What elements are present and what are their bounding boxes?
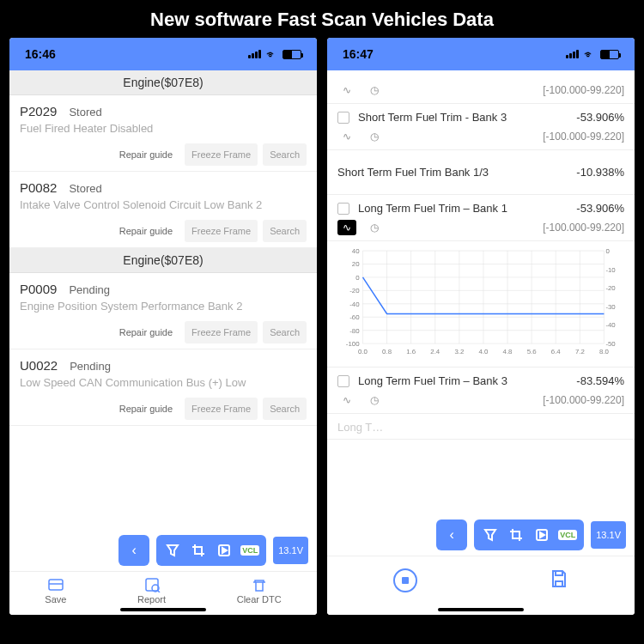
wifi-icon: ᯤ [266, 48, 277, 61]
gauge-icon[interactable]: ◷ [365, 220, 384, 235]
bottom-nav: ‹ VCL 13.1V Save Report [9, 530, 317, 615]
svg-text:-20: -20 [349, 287, 360, 295]
gauge-icon[interactable]: ◷ [365, 129, 384, 144]
svg-rect-1 [49, 580, 63, 590]
section-header: Engine($07E8) [9, 248, 317, 273]
section-header: Engine($07E8) [9, 70, 317, 95]
toolbar-group: VCL [156, 535, 266, 566]
dtc-item[interactable]: U0022 Pending Low Speed CAN Communicatio… [9, 349, 317, 426]
chart-svg: 40200-20-40-60-80-1000-10-20-30-40-500.0… [337, 246, 624, 358]
checkbox[interactable] [337, 203, 349, 215]
status-bar: 16:46 ᯤ [9, 38, 317, 70]
back-button[interactable]: ‹ [436, 519, 467, 550]
report-tab[interactable]: Report [137, 577, 166, 605]
dtc-status: Stored [69, 182, 101, 195]
crop-icon[interactable] [505, 525, 527, 545]
svg-text:-10: -10 [605, 266, 616, 274]
dtc-description: Engine Position System Performance Bank … [20, 300, 307, 313]
svg-text:-30: -30 [605, 303, 616, 311]
play-icon[interactable] [531, 525, 553, 545]
dtc-description: Intake Valve Control Solenoid Circuit Lo… [20, 198, 307, 211]
dtc-item[interactable]: P0009 Pending Engine Position System Per… [9, 273, 317, 349]
wave-icon[interactable]: ∿ [337, 392, 356, 408]
data-value: -53.906% [576, 202, 624, 215]
data-item[interactable]: Short Term Fuel Trim - Bank 3 -53.906% ∿… [327, 104, 635, 150]
svg-text:8.0: 8.0 [599, 348, 610, 355]
dtc-status: Pending [69, 283, 110, 296]
freeze-frame-button[interactable]: Freeze Frame [185, 321, 258, 343]
svg-text:-40: -40 [605, 321, 616, 329]
phones-container: 16:46 ᯤ Engine($07E8) P2029 Stored Fuel … [9, 38, 635, 615]
svg-text:5.6: 5.6 [527, 348, 538, 355]
bottom-nav: ‹ VCL 13.1V [327, 514, 635, 615]
data-item[interactable]: Long Term Fuel Trim – Bank 1 -53.906% ∿ … [327, 195, 635, 241]
gauge-icon[interactable]: ◷ [365, 392, 384, 408]
data-value: -83.594% [576, 374, 624, 387]
svg-text:3.2: 3.2 [454, 348, 464, 355]
back-button[interactable]: ‹ [118, 535, 149, 566]
checkbox[interactable] [337, 112, 349, 124]
data-item[interactable]: Long Term Fuel Trim – Bank 3 -83.594% ∿ … [327, 368, 635, 414]
vcl-icon[interactable]: VCL [239, 540, 261, 561]
svg-text:-80: -80 [349, 327, 360, 335]
save-tab[interactable]: Save [45, 577, 66, 605]
voltage-badge: 13.1V [591, 521, 626, 549]
wave-icon[interactable]: ∿ [337, 82, 356, 98]
search-button[interactable]: Search [263, 220, 307, 242]
repair-guide-button[interactable]: Repair guide [112, 321, 179, 343]
data-name-label: Short Term Fuel Trim Bank 1/3 [337, 166, 489, 179]
dtc-code: P2029 [20, 104, 57, 118]
wave-icon[interactable]: ∿ [337, 220, 356, 235]
svg-text:4.0: 4.0 [478, 348, 489, 355]
phone-right: 16:47 ᯤ ∿ ◷ [-100.000-99.220] Short Term… [327, 38, 635, 615]
svg-text:7.2: 7.2 [575, 348, 585, 355]
repair-guide-button[interactable]: Repair guide [112, 398, 179, 420]
freeze-frame-button[interactable]: Freeze Frame [185, 220, 258, 242]
play-icon[interactable] [213, 540, 235, 561]
save-button[interactable] [549, 568, 569, 589]
signal-icon [566, 50, 579, 58]
dtc-code: P0009 [20, 282, 57, 296]
filter-icon[interactable] [479, 525, 501, 545]
checkbox[interactable] [337, 375, 349, 387]
svg-text:-20: -20 [605, 284, 616, 292]
freeze-frame-button[interactable]: Freeze Frame [185, 398, 258, 420]
dtc-item[interactable]: P2029 Stored Fuel Fired Heater Disabled … [9, 95, 317, 172]
battery-icon [283, 50, 301, 59]
stop-button[interactable] [393, 568, 417, 592]
svg-text:40: 40 [352, 247, 360, 255]
dtc-item[interactable]: P0082 Stored Intake Valve Control Soleno… [9, 172, 317, 248]
crop-icon[interactable] [187, 540, 210, 561]
freeze-frame-button[interactable]: Freeze Frame [185, 143, 258, 166]
repair-guide-button[interactable]: Repair guide [112, 143, 179, 166]
svg-text:6.4: 6.4 [551, 348, 562, 355]
clock: 16:47 [343, 47, 374, 61]
search-button[interactable]: Search [263, 143, 307, 166]
home-indicator[interactable] [120, 608, 206, 611]
dtc-description: Low Speed CAN Communication Bus (+) Low [20, 376, 307, 389]
toolbar-group: VCL [474, 519, 584, 550]
search-button[interactable]: Search [263, 398, 307, 420]
data-item[interactable]: Short Term Fuel Trim Bank 1/3 -10.938% [327, 150, 635, 195]
page-title: New software Fast Scan Vehicles Data [0, 9, 644, 31]
home-indicator[interactable] [438, 608, 524, 611]
range-label: [-100.000-99.220] [543, 222, 624, 234]
svg-text:-60: -60 [349, 313, 360, 321]
repair-guide-button[interactable]: Repair guide [112, 220, 179, 242]
clear-dtc-tab[interactable]: Clear DTC [237, 577, 282, 605]
dtc-code: P0082 [20, 180, 57, 195]
svg-text:1.6: 1.6 [406, 348, 416, 355]
battery-icon [600, 50, 619, 59]
vcl-icon[interactable]: VCL [556, 525, 579, 545]
gauge-icon[interactable]: ◷ [365, 82, 384, 98]
clear-label: Clear DTC [237, 594, 282, 605]
data-item-partial: Long T… [327, 414, 635, 440]
svg-text:-40: -40 [349, 301, 360, 308]
range-label: [-100.000-99.220] [543, 131, 624, 143]
wave-icon[interactable]: ∿ [337, 129, 356, 144]
report-label: Report [137, 594, 166, 605]
filter-icon[interactable] [161, 540, 184, 561]
search-button[interactable]: Search [263, 321, 307, 343]
range-label: [-100.000-99.220] [543, 84, 624, 96]
svg-text:2.4: 2.4 [430, 348, 440, 355]
